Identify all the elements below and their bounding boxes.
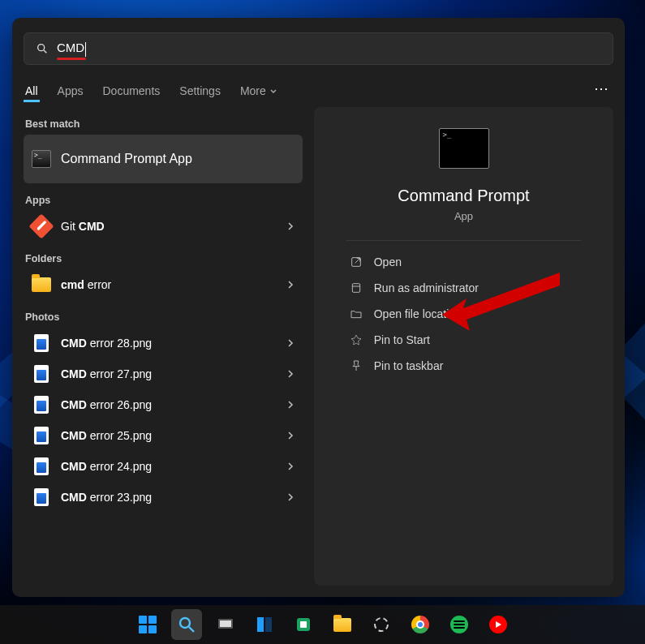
action-pin-taskbar[interactable]: Pin to taskbar <box>346 353 582 379</box>
start-menu-panel: CMD All Apps Documents Settings More ⋯ B… <box>12 18 625 597</box>
action-pin-start[interactable]: Pin to Start <box>346 327 582 353</box>
result-photo[interactable]: CMD error 27.png <box>24 358 303 389</box>
chevron-right-icon <box>286 339 295 347</box>
preview-title: Command Prompt <box>398 187 529 205</box>
section-apps: Apps <box>25 195 301 206</box>
tab-all[interactable]: All <box>24 79 40 102</box>
chevron-right-icon <box>286 281 295 289</box>
search-box[interactable]: CMD <box>24 32 613 65</box>
chevron-right-icon <box>286 493 295 501</box>
chevron-right-icon <box>286 401 295 409</box>
image-file-icon <box>34 457 49 475</box>
chevron-right-icon <box>286 370 295 378</box>
overflow-button[interactable]: ⋯ <box>594 79 608 97</box>
preview-pane: Command Prompt App Open Run as administr… <box>314 107 613 586</box>
svg-rect-12 <box>300 621 307 628</box>
result-photo[interactable]: CMD error 26.png <box>24 389 303 420</box>
git-icon <box>28 213 54 238</box>
taskbar-app-3[interactable] <box>366 609 397 640</box>
svg-line-1 <box>44 50 46 53</box>
results-list: Best match Command Prompt App Apps Git C… <box>24 107 303 586</box>
section-photos: Photos <box>25 311 301 323</box>
action-open-location[interactable]: Open file location <box>346 301 582 327</box>
taskbar-search[interactable] <box>171 609 202 640</box>
chevron-right-icon <box>286 462 295 470</box>
tab-more[interactable]: More <box>239 79 279 102</box>
open-icon <box>350 255 363 268</box>
svg-point-5 <box>180 618 190 628</box>
action-run-admin[interactable]: Run as administrator <box>346 275 582 301</box>
result-photo[interactable]: CMD error 23.png <box>24 482 303 513</box>
preview-icon <box>439 128 489 169</box>
taskbar-app-2[interactable] <box>288 609 319 640</box>
taskbar-spotify[interactable] <box>444 609 475 640</box>
action-open[interactable]: Open <box>346 249 582 275</box>
svg-point-13 <box>375 618 388 631</box>
search-input[interactable]: CMD <box>57 41 86 56</box>
svg-line-6 <box>189 627 194 632</box>
shield-icon <box>350 281 363 294</box>
pin-taskbar-icon <box>350 359 363 372</box>
start-button[interactable] <box>132 609 163 640</box>
folder-icon <box>32 277 51 292</box>
section-folders: Folders <box>25 253 301 264</box>
tab-settings[interactable]: Settings <box>178 79 222 102</box>
search-icon <box>36 42 49 55</box>
result-command-prompt[interactable]: Command Prompt App <box>24 135 303 183</box>
tab-documents[interactable]: Documents <box>101 79 161 102</box>
cmd-icon <box>32 150 51 168</box>
chevron-right-icon <box>286 431 295 440</box>
svg-point-0 <box>38 45 45 51</box>
svg-rect-10 <box>265 617 272 632</box>
taskbar <box>0 605 645 644</box>
image-file-icon <box>34 427 49 444</box>
taskbar-explorer[interactable] <box>327 609 358 640</box>
svg-rect-3 <box>352 284 359 293</box>
result-photo[interactable]: CMD error 24.png <box>24 451 303 482</box>
image-file-icon <box>34 365 49 383</box>
tab-apps[interactable]: Apps <box>56 79 85 102</box>
result-photo[interactable]: CMD error 28.png <box>24 328 303 358</box>
preview-subtitle: App <box>454 210 473 222</box>
pin-icon <box>350 333 363 346</box>
section-best-match: Best match <box>25 118 301 130</box>
annotation-underline <box>57 58 86 60</box>
result-folder-cmd-error[interactable]: cmd error <box>24 269 303 300</box>
chevron-right-icon <box>286 222 295 230</box>
folder-open-icon <box>350 307 363 320</box>
result-git-cmd[interactable]: Git CMD <box>24 211 303 242</box>
svg-rect-8 <box>220 620 231 627</box>
result-photo[interactable]: CMD error 25.png <box>24 420 303 451</box>
image-file-icon <box>34 488 49 506</box>
taskbar-youtube[interactable] <box>483 609 514 640</box>
taskbar-app-1[interactable] <box>249 609 280 640</box>
task-view[interactable] <box>210 609 241 640</box>
image-file-icon <box>34 334 49 352</box>
svg-rect-9 <box>257 617 264 632</box>
taskbar-chrome[interactable] <box>405 609 436 640</box>
image-file-icon <box>34 396 49 414</box>
filter-tabs: All Apps Documents Settings More ⋯ <box>24 75 613 107</box>
